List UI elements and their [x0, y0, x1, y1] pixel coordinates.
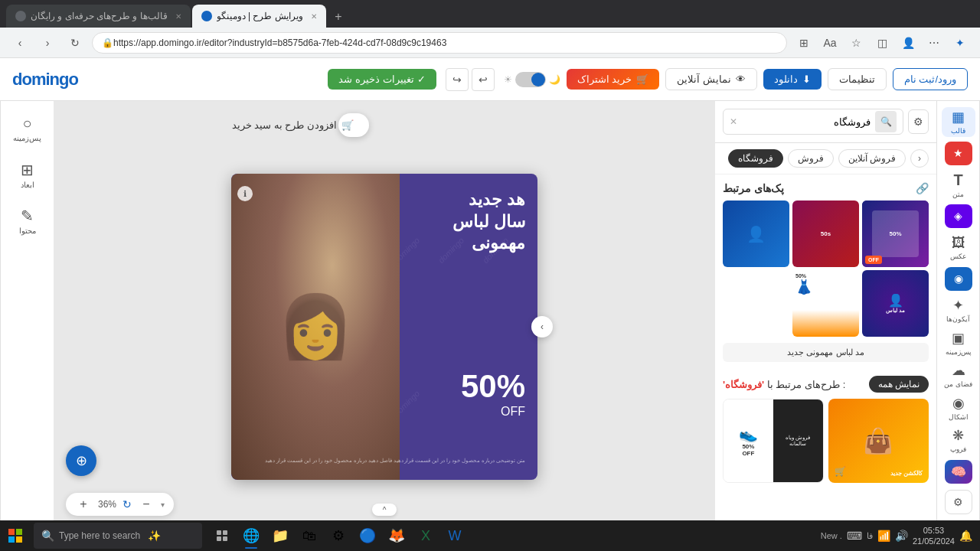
panel-settings-btn[interactable]: ⚙	[945, 490, 972, 514]
undo-redo-group: ↩ ↪	[446, 68, 495, 91]
app-logo: domingo	[12, 70, 78, 90]
panel-background[interactable]: ▣ پس‌زمینه	[942, 328, 975, 358]
zoom-dropdown-icon[interactable]: ▾	[161, 500, 165, 509]
settings-button[interactable]: تنظیمات	[828, 68, 887, 90]
clear-search-icon[interactable]: ✕	[730, 116, 737, 127]
canvas-info-button[interactable]: ℹ	[237, 186, 253, 201]
new-notification: New .	[821, 531, 842, 540]
collapse-button[interactable]: ^	[372, 504, 397, 516]
tab-2-close[interactable]: ✕	[311, 12, 317, 21]
taskbar-taskview[interactable]	[208, 522, 236, 549]
profile-button[interactable]: 👤	[897, 32, 919, 54]
panel-shapes[interactable]: ◉ اشکال	[942, 393, 975, 423]
template-thumb-2[interactable]: 50s	[792, 201, 859, 267]
search-box[interactable]: 🔍 ✕	[723, 109, 903, 135]
design-card-1[interactable]: 👜 کالکشن جدید 🛒	[828, 399, 929, 483]
show-all-button[interactable]: نمایش همه	[869, 376, 929, 393]
link-icon[interactable]: 🔗	[916, 182, 929, 194]
notification-bell[interactable]: 🔔	[959, 530, 972, 542]
category-nav-arrow[interactable]: ‹	[910, 149, 929, 168]
apps-button[interactable]: ⊞	[793, 32, 815, 54]
template-pack-label: مد لباس مهمونی جدید	[723, 343, 929, 362]
add-to-cart-button[interactable]: 🛒 افزودن طرح به سید خرید	[338, 113, 369, 137]
collections-button[interactable]: ◫	[871, 32, 893, 54]
undo-button[interactable]: ↩	[472, 68, 495, 91]
design-text-area: هد جدید سال لباس مهمونی	[452, 189, 525, 255]
search-input[interactable]	[742, 116, 871, 128]
tab-2[interactable]: ویرایش طرح | دومینگو ✕	[192, 5, 326, 28]
panel-special-purple[interactable]: ◈	[945, 204, 972, 229]
thumb-inner-1: 50% OFF	[862, 201, 929, 267]
panel-special-red[interactable]: ★	[945, 142, 972, 166]
refresh-button[interactable]: ↻	[64, 32, 86, 54]
theme-toggle[interactable]	[515, 72, 546, 87]
panel-brain[interactable]: 🧠	[945, 460, 972, 484]
eye-icon: 👁	[736, 73, 746, 85]
template-thumb-1[interactable]: 50% OFF	[862, 201, 929, 267]
taskbar-store[interactable]: 🛍	[296, 522, 323, 549]
network-icon[interactable]: 📶	[877, 530, 890, 542]
panel-icons[interactable]: ✦ آیکون‌ها	[942, 295, 975, 325]
reader-button[interactable]: Aa	[819, 32, 841, 54]
panel-text[interactable]: T متن	[942, 170, 975, 200]
thumb-inner-3: 👤	[723, 201, 789, 267]
toggle-knob	[531, 73, 545, 86]
panel-myspace[interactable]: ☁ فضای من	[942, 360, 975, 390]
template-thumb-5[interactable]: 50% 👗	[792, 270, 859, 337]
taskbar-search-box[interactable]: 🔍 Type here to search ✨	[34, 523, 202, 549]
subscribe-button[interactable]: 🛒 خرید اشتراک	[567, 69, 660, 90]
download-button[interactable]: ⬇ دانلود	[763, 69, 822, 90]
title-line1: هد جدید	[452, 189, 525, 211]
volume-icon[interactable]: 🔊	[895, 530, 908, 542]
zoom-out-button[interactable]: −	[138, 496, 155, 513]
save-button[interactable]: ✓ تغییرات ذخیره شد	[328, 69, 436, 90]
title-line2: سال لباس	[452, 211, 525, 233]
design-card-2[interactable]: فروش ویاهسالمانه 👟 50%OFF	[723, 399, 824, 483]
tab-1-close[interactable]: ✕	[175, 12, 181, 21]
taskbar-explorer[interactable]: 📁	[266, 522, 294, 549]
taskbar-chrome[interactable]: 🔵	[354, 522, 381, 549]
chip-sale[interactable]: فروش	[788, 149, 834, 168]
show-online-button[interactable]: 👁 نمایش آنلاین	[665, 68, 757, 90]
filter-button[interactable]: ⚙	[908, 109, 929, 134]
category-chips: ‹ فروش آنلاین فروش فروشگاه	[715, 143, 936, 174]
clock-time: 05:53	[913, 525, 955, 536]
tool-background[interactable]: ○ پس‌زمینه	[6, 107, 49, 150]
filter-icon: ⚙	[913, 116, 923, 128]
panel-fonts[interactable]: ❋ فروپ	[942, 425, 975, 455]
taskbar-edge[interactable]: 🌐	[237, 522, 265, 549]
new-tab-button[interactable]: +	[328, 6, 349, 28]
chip-store[interactable]: فروشگاه	[728, 149, 783, 168]
back-button[interactable]: ‹	[9, 32, 31, 54]
related-header-highlight: 'فروشگاه'	[723, 379, 764, 390]
taskbar-excel[interactable]: X	[412, 522, 439, 549]
taskbar-settings-app[interactable]: ⚙	[325, 522, 352, 549]
keyboard-icon[interactable]: ⌨	[847, 530, 862, 542]
zoom-in-button[interactable]: +	[75, 496, 92, 513]
redo-button[interactable]: ↪	[446, 68, 469, 91]
taskbar-search-text: Type here to search	[59, 530, 140, 541]
panel-special-purple2[interactable]: ◉	[945, 267, 972, 292]
tool-content[interactable]: ✎ محتوا	[6, 199, 49, 242]
canvas-arrow-button[interactable]: ›	[531, 316, 553, 337]
taskbar-clock[interactable]: 05:53 21/05/2024	[913, 525, 955, 547]
plugin-button[interactable]: ⊕	[66, 445, 96, 476]
favorites-button[interactable]: ☆	[845, 32, 867, 54]
template-thumb-4[interactable]: 👤 مد لباس	[862, 270, 929, 337]
start-button[interactable]	[0, 520, 31, 551]
search-icon-button[interactable]: 🔍	[875, 111, 897, 132]
url-bar[interactable]: 🔒 https://app.domingo.ir/editor?industry…	[92, 32, 787, 54]
copilot-button[interactable]: ✦	[949, 32, 971, 54]
chip-online-sale[interactable]: فروش آنلاین	[838, 149, 906, 168]
tab-1[interactable]: قالب‌ها و طرح‌های حرفه‌ای و رایگان ✕	[6, 5, 191, 28]
settings-app-icon: ⚙	[332, 527, 345, 544]
forward-button[interactable]: ›	[37, 32, 58, 54]
template-thumb-3[interactable]: 👤	[723, 201, 789, 267]
more-button[interactable]: ⋯	[923, 32, 945, 54]
taskbar-firefox[interactable]: 🦊	[383, 522, 410, 549]
panel-photo[interactable]: 🖼 عکس	[942, 233, 975, 262]
panel-template[interactable]: ▦ قالب	[942, 107, 975, 137]
login-button[interactable]: ورود/ثبت نام	[893, 68, 968, 90]
taskbar-word[interactable]: W	[441, 522, 469, 549]
tool-dimensions[interactable]: ⊞ ابعاد	[6, 153, 49, 196]
